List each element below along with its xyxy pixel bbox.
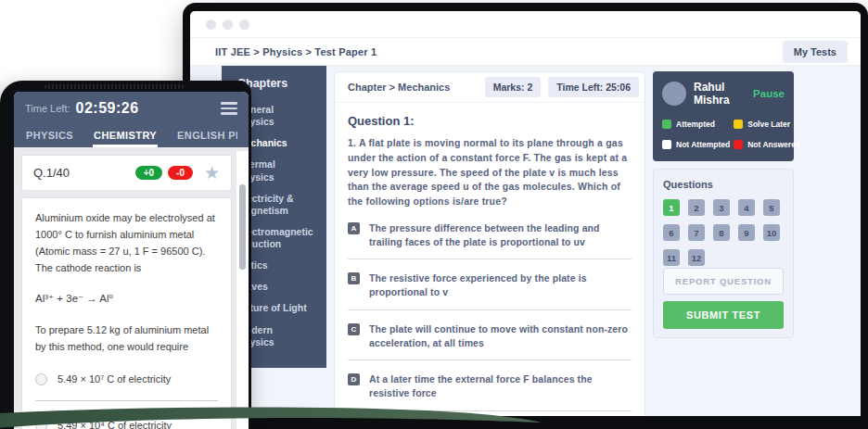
option-text: The pressure difference between the lead…: [369, 221, 632, 249]
question-meta-bar: Q.1/40 +0 -0 ★: [21, 155, 232, 191]
attempted-swatch: [662, 120, 671, 129]
my-tests-button[interactable]: My Tests: [783, 41, 848, 63]
phone-answer-option[interactable]: 5.49 × 10⁷ C of electricity: [35, 373, 218, 401]
time-left-badge: Time Left: 25:06: [548, 77, 639, 97]
legend-item-not-attempted: Not Attempted: [662, 140, 730, 149]
divider: [35, 400, 218, 401]
solve-later-swatch: [734, 120, 743, 129]
status-legend: AttemptedSolve LaterNot AttemptedNot Ans…: [662, 120, 785, 149]
phone-body: Q.1/40 +0 -0 ★ Aluminium oxide may be el…: [14, 147, 249, 429]
question-counter: Q.1/40: [33, 166, 70, 180]
avatar: [662, 82, 686, 106]
question-tile-11[interactable]: 11: [663, 249, 680, 266]
window-dot-icon[interactable]: [223, 19, 233, 30]
bookmark-star-icon[interactable]: ★: [204, 164, 220, 182]
divider: [348, 259, 632, 259]
profile-card: Rahul Mishra Pause AttemptedSolve LaterN…: [653, 71, 794, 161]
question-title: Question 1:: [348, 114, 632, 128]
breadcrumb[interactable]: IIT JEE > Physics > Test Paper 1: [215, 46, 377, 57]
phone-tab-physics[interactable]: PHYSICS: [25, 125, 74, 147]
option-text: At a later time the external force F bal…: [369, 372, 632, 400]
window-dot-icon[interactable]: [206, 19, 216, 30]
answer-option-c[interactable]: CThe plate will continue to move with co…: [348, 312, 632, 360]
question-tile-9[interactable]: 9: [738, 224, 755, 241]
hamburger-menu-icon[interactable]: [221, 102, 237, 115]
option-letter-badge: C: [348, 323, 360, 335]
phone-option-row: 5.49 × 10⁴ C of electricity: [35, 420, 218, 429]
browser-window: IIT JEE > Physics > Test Paper 1 My Test…: [183, 3, 868, 429]
right-panel: Rahul Mishra Pause AttemptedSolve LaterN…: [653, 71, 794, 338]
legend-item-attempted: Attempted: [662, 120, 730, 129]
marks-badge: Marks: 2: [485, 77, 542, 97]
phone-options: 5.49 × 10⁷ C of electricity5.49 × 10⁴ C …: [35, 373, 218, 429]
not-attempted-swatch: [662, 140, 671, 149]
window-dot-icon[interactable]: [239, 19, 249, 30]
option-radio[interactable]: [35, 373, 47, 385]
time-left-label: Time Left:: [25, 103, 70, 114]
answer-option-a[interactable]: AThe pressure difference between the lea…: [348, 211, 632, 259]
questions-panel: Questions 123456789101112 REPORT QUESTIO…: [653, 169, 794, 338]
scrollbar-thumb[interactable]: [239, 184, 246, 270]
phone-mockup: Time Left: 02:59:26 PHYSICSCHEMISTRYENGL…: [0, 81, 251, 429]
question-tile-7[interactable]: 7: [688, 224, 705, 241]
answer-options: AThe pressure difference between the lea…: [348, 211, 632, 411]
question-tile-3[interactable]: 3: [713, 199, 730, 216]
legend-item-solve-later: Solve Later: [734, 120, 800, 129]
subject-tabs: PHYSICSCHEMISTRYENGLISH PROFICIENCY: [25, 125, 237, 147]
answer-option-row: DAt a later time the external force F ba…: [348, 362, 632, 400]
phone-question-card: Aluminium oxide may be electrolysed at 1…: [21, 197, 232, 429]
chapter-breadcrumb: Chapter > Mechanics: [348, 82, 478, 93]
scrollbar-track[interactable]: [236, 151, 249, 429]
question-tile-1[interactable]: 1: [663, 199, 680, 216]
not-answered-swatch: [734, 140, 743, 149]
phone-answer-option[interactable]: 5.49 × 10⁴ C of electricity: [35, 420, 218, 429]
legend-item-not-answered: Not Answered: [734, 140, 800, 149]
question-text: 1. A flat plate is moving normal to its …: [348, 136, 632, 209]
page: IIT JEE > Physics > Test Paper 1 My Test…: [0, 0, 868, 429]
speaker-grille-icon: [45, 84, 184, 89]
question-number: 1.: [348, 137, 356, 148]
answer-option-row: AThe pressure difference between the lea…: [348, 211, 632, 249]
option-letter-badge: D: [348, 373, 360, 385]
submit-test-button[interactable]: SUBMIT TEST: [663, 301, 784, 329]
question-tile-6[interactable]: 6: [663, 224, 680, 241]
answer-option-d[interactable]: DAt a later time the external force F ba…: [348, 362, 632, 410]
question-tile-12[interactable]: 12: [688, 249, 705, 266]
option-text: The resistive force experienced by the p…: [369, 271, 632, 299]
legend-label: Attempted: [676, 120, 715, 129]
phone-header: Time Left: 02:59:26 PHYSICSCHEMISTRYENGL…: [14, 92, 249, 147]
question-tile-4[interactable]: 4: [738, 199, 755, 216]
browser-viewport: IIT JEE > Physics > Test Paper 1 My Test…: [190, 11, 861, 416]
phone-time-row: Time Left: 02:59:26: [25, 100, 237, 117]
legend-label: Solve Later: [747, 120, 790, 129]
divider: [348, 360, 632, 360]
question-tile-5[interactable]: 5: [763, 199, 780, 216]
question-body: Question 1: 1. A flat plate is moving no…: [335, 103, 645, 416]
pause-button[interactable]: Pause: [753, 88, 785, 99]
option-letter-badge: A: [348, 222, 360, 234]
negative-marks-badge: -0: [168, 166, 193, 180]
phone-question-prompt: To prepare 5.12 kg of aluminium metal by…: [35, 322, 218, 355]
report-question-button[interactable]: REPORT QUESTION: [663, 268, 784, 295]
question-text-body: A flat plate is moving normal to its pla…: [348, 137, 627, 207]
question-tile-8[interactable]: 8: [713, 224, 730, 241]
legend-label: Not Answered: [747, 140, 800, 149]
question-tile-2[interactable]: 2: [688, 199, 705, 216]
phone-tab-chemistry[interactable]: CHEMISTRY: [93, 125, 158, 147]
phone-tab-english-proficiency[interactable]: ENGLISH PROFICIENCY: [176, 125, 237, 147]
profile-row: Rahul Mishra Pause: [662, 81, 785, 107]
answer-option-b[interactable]: BThe resistive force experienced by the …: [348, 261, 632, 309]
user-name: Rahul Mishra: [694, 81, 746, 107]
phone-question-text: Aluminium oxide may be electrolysed at 1…: [35, 209, 218, 277]
answer-option-row: CThe plate will continue to move with co…: [348, 312, 632, 350]
question-number-grid: 123456789101112: [663, 199, 784, 266]
positive-marks-badge: +0: [135, 166, 162, 180]
reaction-equation: Al³⁺ + 3e⁻ → Al⁰: [35, 292, 218, 305]
question-tile-10[interactable]: 10: [763, 224, 780, 241]
divider: [348, 309, 632, 310]
phone-option-row: 5.49 × 10⁷ C of electricity: [35, 373, 218, 385]
answer-option-row: BThe resistive force experienced by the …: [348, 261, 632, 299]
top-bar: IIT JEE > Physics > Test Paper 1 My Test…: [190, 37, 861, 66]
option-radio[interactable]: [35, 420, 47, 429]
content-area: Chapters General PhysicsMechanicsThermal…: [190, 66, 861, 416]
